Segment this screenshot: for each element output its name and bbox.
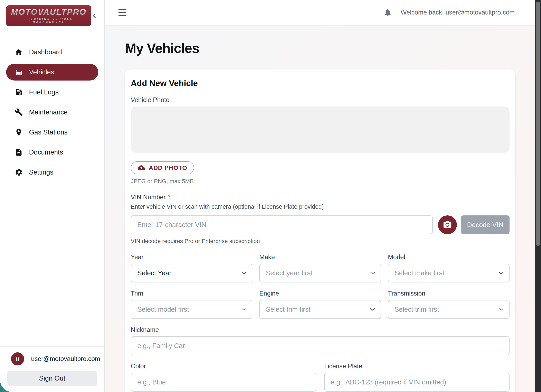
color-field: Color: [131, 363, 316, 392]
add-vehicle-card: Add New Vehicle Vehicle Photo ADD PHOTO …: [125, 69, 515, 392]
model-field: Model Select make first: [388, 253, 510, 282]
cloud-upload-icon: [138, 164, 145, 172]
sidebar-item-gas-stations[interactable]: Gas Stations: [6, 124, 98, 141]
sidebar-item-documents[interactable]: Documents: [6, 144, 98, 161]
model-select[interactable]: Select make first: [388, 264, 510, 282]
license-plate-label: License Plate: [324, 363, 510, 370]
card-title: Add New Vehicle: [131, 78, 510, 88]
make-select[interactable]: Select year first: [259, 264, 381, 282]
sidebar-item-label: Maintenance: [29, 108, 68, 116]
chevron-down-icon: [241, 308, 247, 311]
main-content: My Vehicles Add New Vehicle Vehicle Phot…: [105, 25, 535, 392]
year-select[interactable]: Select Year: [131, 264, 252, 282]
vehicle-photo-placeholder: [131, 106, 510, 153]
vin-number-label: VIN Number *: [131, 193, 510, 201]
vin-subscription-note: VIN decode requires Pro or Enterprise su…: [131, 238, 510, 245]
sidebar-item-vehicles[interactable]: Vehicles: [6, 64, 98, 81]
bell-icon: [384, 8, 392, 17]
sidebar-item-label: Documents: [29, 148, 63, 156]
sidebar-item-fuel-logs[interactable]: Fuel Logs: [6, 84, 98, 100]
chevron-down-icon: [241, 272, 247, 275]
home-icon: [15, 48, 23, 56]
trim-label: Trim: [131, 290, 252, 297]
hamburger-menu-icon[interactable]: [119, 9, 126, 16]
sidebar-item-label: Fuel Logs: [29, 88, 59, 96]
location-pin-icon: [15, 128, 23, 136]
add-photo-button[interactable]: ADD PHOTO: [131, 161, 194, 174]
sidebar-item-label: Gas Stations: [29, 128, 68, 136]
camera-icon: [443, 220, 452, 230]
photo-format-hint: JPEG or PNG, max 5MB: [131, 178, 510, 185]
required-asterisk: *: [168, 193, 171, 201]
sidebar-item-label: Vehicles: [29, 68, 54, 76]
year-label: Year: [131, 253, 252, 261]
gear-icon: [15, 168, 23, 176]
color-input[interactable]: [131, 373, 316, 392]
year-field: Year Select Year: [131, 253, 252, 282]
page-title: My Vehicles: [125, 41, 535, 56]
sidebar-nav: Dashboard Vehicles Fuel Logs Maintenance…: [0, 44, 104, 181]
transmission-select[interactable]: Select trim first: [388, 300, 510, 319]
trim-select[interactable]: Select model first: [131, 300, 252, 319]
trim-field: Trim Select model first: [131, 290, 252, 319]
document-icon: [15, 148, 23, 156]
vehicle-photo-label: Vehicle Photo: [131, 96, 510, 104]
avatar: u: [11, 352, 24, 366]
wrench-icon: [15, 108, 23, 116]
nickname-input[interactable]: [131, 336, 510, 355]
welcome-text: Welcome back, user@motovaultpro.com: [401, 9, 515, 16]
sign-out-button[interactable]: Sign Out: [7, 371, 97, 386]
make-field: Make Select year first: [259, 253, 381, 282]
engine-label: Engine: [259, 290, 381, 297]
app-logo-title: MOTOVAULTPRO: [11, 8, 86, 16]
chevron-left-icon: [91, 12, 98, 19]
vertical-scrollbar[interactable]: [535, 0, 541, 392]
license-plate-input[interactable]: [324, 373, 510, 392]
user-email: user@motovaultpro.com: [31, 355, 100, 363]
model-label: Model: [388, 253, 510, 261]
sidebar-item-label: Dashboard: [29, 48, 62, 56]
engine-field: Engine Select trim first: [259, 290, 381, 319]
nickname-field: Nickname: [131, 326, 510, 355]
sidebar: MOTOVAULTPRO PRECISION VEHICLE MANAGEMEN…: [0, 0, 105, 392]
vin-helper-text: Enter vehicle VIN or scan with camera (o…: [131, 203, 510, 210]
make-label: Make: [259, 253, 381, 261]
notifications-button[interactable]: [384, 8, 392, 17]
chevron-down-icon: [499, 272, 504, 275]
chevron-down-icon: [499, 308, 504, 311]
car-icon: [15, 68, 23, 76]
scrollbar-thumb[interactable]: [536, 2, 540, 246]
app-logo: MOTOVAULTPRO PRECISION VEHICLE MANAGEMEN…: [6, 5, 91, 26]
sidebar-item-dashboard[interactable]: Dashboard: [6, 44, 98, 61]
top-header: Welcome back, user@motovaultpro.com: [105, 0, 535, 25]
sidebar-item-label: Settings: [29, 168, 53, 176]
color-label: Color: [131, 363, 316, 370]
transmission-field: Transmission Select trim first: [388, 290, 510, 319]
vin-input[interactable]: [131, 215, 433, 234]
fuel-pump-icon: [15, 88, 23, 96]
sidebar-item-maintenance[interactable]: Maintenance: [6, 104, 98, 120]
app-logo-subtitle: PRECISION VEHICLE MANAGEMENT: [11, 18, 86, 23]
chevron-down-icon: [370, 272, 375, 275]
decode-vin-button[interactable]: Decode VIN: [461, 215, 510, 234]
sidebar-footer: u user@motovaultpro.com Sign Out: [0, 346, 104, 392]
engine-select[interactable]: Select trim first: [259, 300, 381, 319]
sidebar-item-settings[interactable]: Settings: [6, 164, 98, 181]
sidebar-collapse-button[interactable]: [91, 12, 98, 19]
transmission-label: Transmission: [388, 290, 510, 297]
scan-vin-camera-button[interactable]: [438, 215, 457, 234]
license-plate-field: License Plate: [324, 363, 510, 392]
nickname-label: Nickname: [131, 326, 510, 334]
chevron-down-icon: [370, 308, 375, 311]
